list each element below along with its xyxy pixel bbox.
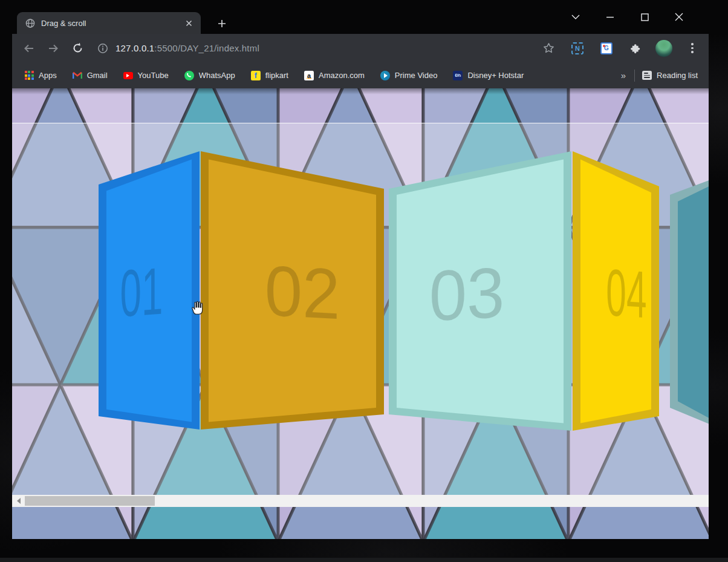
maximize-icon — [641, 13, 649, 21]
url-host: 127.0.0.1 — [115, 43, 154, 53]
kebab-menu-icon — [691, 43, 694, 53]
browser-window: Drag & scroll — [12, 0, 709, 539]
panel-number-02: 02 — [265, 250, 340, 334]
star-icon — [543, 42, 554, 54]
bookmark-star-button[interactable] — [539, 39, 557, 57]
desktop-edge — [0, 558, 728, 562]
bookmarks-bar: Apps Gmail YouTube WhatsApp f flipkar — [12, 62, 709, 88]
bookmark-apps[interactable]: Apps — [24, 71, 57, 80]
forward-button[interactable] — [43, 38, 63, 59]
bookmark-label: Disney+ Hotstar — [467, 71, 524, 80]
carousel-panel-5[interactable] — [678, 182, 709, 423]
notion-clip-extension-icon[interactable]: N — [568, 39, 587, 57]
arrow-left-icon — [23, 42, 35, 54]
chevron-down-icon — [571, 15, 580, 19]
tab-search-button[interactable] — [565, 7, 586, 27]
window-close-button[interactable] — [669, 7, 689, 27]
minimize-icon — [606, 16, 614, 18]
maximize-button[interactable] — [634, 7, 655, 27]
prime-video-icon — [380, 71, 390, 80]
toolbar-right-icons: N G — [533, 39, 701, 57]
back-button[interactable] — [19, 38, 39, 59]
screen: Drag & scroll — [0, 0, 728, 562]
reading-list-icon — [642, 71, 652, 80]
reading-list-button[interactable]: Reading list — [642, 71, 698, 80]
bookmark-label: Amazon.com — [319, 71, 365, 80]
scroll-left-arrow-icon[interactable] — [12, 495, 25, 507]
flipkart-icon: f — [251, 71, 261, 80]
bookmark-label: YouTube — [138, 71, 169, 80]
bookmark-label: flipkart — [265, 71, 288, 80]
bookmark-label: Apps — [39, 71, 57, 80]
content-top-shadow — [12, 88, 709, 94]
blue-badge-extension-icon[interactable]: G — [597, 39, 616, 57]
tab-title: Drag & scroll — [41, 19, 183, 28]
youtube-icon — [123, 71, 133, 80]
address-bar[interactable]: 127.0.0.1:5500/DAY_21/index.html — [97, 43, 533, 54]
horizontal-scrollbar[interactable] — [12, 495, 709, 507]
carousel-panels[interactable]: 01020304 — [12, 88, 709, 539]
bookmark-prime-video[interactable]: Prime Video — [380, 71, 438, 80]
web-page-content: 01020304 — [12, 88, 709, 539]
panel-number-03: 03 — [429, 252, 505, 336]
reading-list-label: Reading list — [657, 71, 698, 80]
scrollbar-thumb[interactable] — [25, 496, 155, 506]
bookmark-label: WhatsApp — [199, 71, 235, 80]
reload-icon — [72, 42, 83, 54]
amazon-icon: a — [304, 71, 314, 80]
url-path: :5500/DAY_21/index.html — [154, 43, 259, 53]
bookmark-gmail[interactable]: Gmail — [73, 71, 108, 80]
url-text[interactable]: 127.0.0.1:5500/DAY_21/index.html — [115, 43, 259, 53]
apps-grid-icon — [24, 71, 34, 80]
info-icon[interactable] — [97, 43, 108, 54]
whatsapp-icon — [184, 71, 194, 80]
close-icon — [675, 13, 683, 21]
puzzle-icon — [629, 42, 642, 54]
extensions-puzzle-button[interactable] — [626, 39, 645, 57]
profile-avatar[interactable] — [655, 40, 672, 57]
bookmarks-divider — [634, 70, 635, 82]
bookmark-flipkart[interactable]: f flipkart — [251, 71, 288, 80]
new-tab-button[interactable] — [213, 15, 231, 33]
arrow-right-icon — [47, 42, 59, 54]
panel-number-01: 01 — [120, 253, 163, 330]
minimize-button[interactable] — [600, 7, 620, 27]
plus-icon — [218, 19, 226, 28]
hotstar-icon: Ðh — [453, 71, 463, 80]
tab-drag-and-scroll[interactable]: Drag & scroll — [17, 12, 201, 34]
bookmark-label: Gmail — [87, 71, 108, 80]
globe-icon — [25, 18, 35, 28]
gmail-icon — [73, 71, 82, 80]
reload-button[interactable] — [67, 38, 88, 59]
bookmark-amazon[interactable]: a Amazon.com — [304, 71, 365, 80]
panel-number-04: 04 — [606, 255, 646, 332]
bookmark-hotstar[interactable]: Ðh Disney+ Hotstar — [453, 71, 524, 80]
bookmarks-overflow-chevron[interactable]: » — [621, 70, 626, 80]
tab-strip: Drag & scroll — [12, 0, 709, 34]
bookmark-youtube[interactable]: YouTube — [123, 71, 169, 80]
browser-menu-button[interactable] — [683, 39, 701, 57]
bookmark-label: Prime Video — [395, 71, 438, 80]
bookmark-whatsapp[interactable]: WhatsApp — [184, 71, 235, 80]
tab-close-icon[interactable] — [183, 17, 195, 29]
toolbar: 127.0.0.1:5500/DAY_21/index.html N G — [12, 34, 709, 62]
